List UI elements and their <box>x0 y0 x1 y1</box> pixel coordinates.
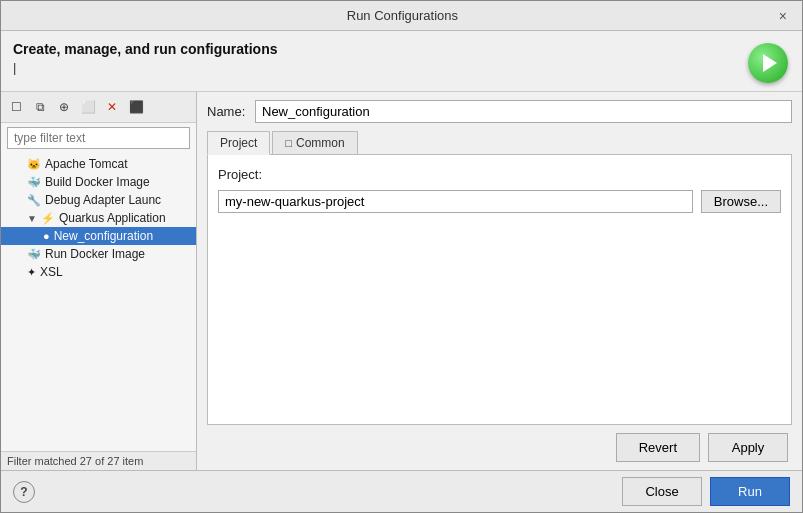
project-input[interactable] <box>218 190 693 213</box>
run-button[interactable]: Run <box>710 477 790 506</box>
duplicate-btn[interactable]: ⧉ <box>29 96 51 118</box>
filter-input[interactable] <box>7 127 190 149</box>
tree-item-apache-tomcat[interactable]: 🐱 Apache Tomcat <box>1 155 196 173</box>
build-docker-icon: 🐳 <box>27 176 41 189</box>
name-label: Name: <box>207 104 249 119</box>
toolbar: ☐ ⧉ ⊕ ⬜ ✕ ⬛ <box>1 92 196 123</box>
filter-status: Filter matched 27 of 27 item <box>1 451 196 470</box>
run-docker-icon: 🐳 <box>27 248 41 261</box>
tree-item-new-configuration[interactable]: ● New_configuration <box>1 227 196 245</box>
xsl-label: XSL <box>40 265 63 279</box>
new-config-icon: ● <box>43 230 50 242</box>
name-input[interactable] <box>255 100 792 123</box>
tree: 🐱 Apache Tomcat 🐳 Build Docker Image 🔧 D… <box>1 153 196 451</box>
run-circle <box>748 43 788 83</box>
project-field-row: Project: <box>218 167 781 182</box>
project-label: Project: <box>218 167 262 182</box>
tree-item-debug-adapter[interactable]: 🔧 Debug Adapter Launc <box>1 191 196 209</box>
tab-project-label: Project <box>220 136 257 150</box>
run-configurations-dialog: Run Configurations × Create, manage, and… <box>0 0 803 513</box>
action-row: Revert Apply <box>207 425 792 462</box>
footer-buttons: Close Run <box>622 477 790 506</box>
quarkus-label: Quarkus Application <box>59 211 166 225</box>
xsl-icon: ✦ <box>27 266 36 279</box>
tabs: Project □ Common <box>207 131 792 155</box>
close-button[interactable]: Close <box>622 477 702 506</box>
collapse-btn[interactable]: ⬛ <box>125 96 147 118</box>
header-title: Create, manage, and run configurations <box>13 41 278 57</box>
run-config-button[interactable] <box>746 41 790 85</box>
title-bar: Run Configurations × <box>1 1 802 31</box>
apply-button[interactable]: Apply <box>708 433 788 462</box>
export-btn[interactable]: ⬜ <box>77 96 99 118</box>
tree-item-build-docker[interactable]: 🐳 Build Docker Image <box>1 173 196 191</box>
tab-project[interactable]: Project <box>207 131 270 155</box>
project-input-row: Browse... <box>218 190 781 213</box>
new-config-btn[interactable]: ☐ <box>5 96 27 118</box>
tab-common[interactable]: □ Common <box>272 131 357 154</box>
debug-adapter-label: Debug Adapter Launc <box>45 193 161 207</box>
dialog-footer: ? Close Run <box>1 470 802 512</box>
revert-button[interactable]: Revert <box>616 433 700 462</box>
help-button[interactable]: ? <box>13 481 35 503</box>
tree-item-xsl[interactable]: ✦ XSL <box>1 263 196 281</box>
new-config-label: New_configuration <box>54 229 153 243</box>
browse-button[interactable]: Browse... <box>701 190 781 213</box>
right-panel: Name: Project □ Common Project: Brows <box>197 92 802 470</box>
cursor-line: | <box>13 60 278 76</box>
quarkus-icon: ⚡ <box>41 212 55 225</box>
quarkus-expand-icon: ▼ <box>27 213 37 224</box>
build-docker-label: Build Docker Image <box>45 175 150 189</box>
debug-adapter-icon: 🔧 <box>27 194 41 207</box>
tree-item-run-docker[interactable]: 🐳 Run Docker Image <box>1 245 196 263</box>
name-row: Name: <box>207 100 792 123</box>
header-text: Create, manage, and run configurations | <box>13 41 278 76</box>
apache-tomcat-label: Apache Tomcat <box>45 157 128 171</box>
header-area: Create, manage, and run configurations | <box>1 31 802 92</box>
new-proto-btn[interactable]: ⊕ <box>53 96 75 118</box>
dialog-title: Run Configurations <box>31 8 774 23</box>
dialog-close-button[interactable]: × <box>774 7 792 25</box>
common-tab-icon: □ <box>285 137 292 149</box>
left-panel: ☐ ⧉ ⊕ ⬜ ✕ ⬛ 🐱 Apache Tomcat 🐳 <box>1 92 197 470</box>
run-triangle-icon <box>763 54 777 72</box>
tab-common-label: Common <box>296 136 345 150</box>
main-content: ☐ ⧉ ⊕ ⬜ ✕ ⬛ 🐱 Apache Tomcat 🐳 <box>1 92 802 470</box>
apache-tomcat-icon: 🐱 <box>27 158 41 171</box>
tab-content: Project: Browse... <box>207 155 792 425</box>
delete-btn[interactable]: ✕ <box>101 96 123 118</box>
run-docker-label: Run Docker Image <box>45 247 145 261</box>
tree-item-quarkus-app[interactable]: ▼ ⚡ Quarkus Application <box>1 209 196 227</box>
